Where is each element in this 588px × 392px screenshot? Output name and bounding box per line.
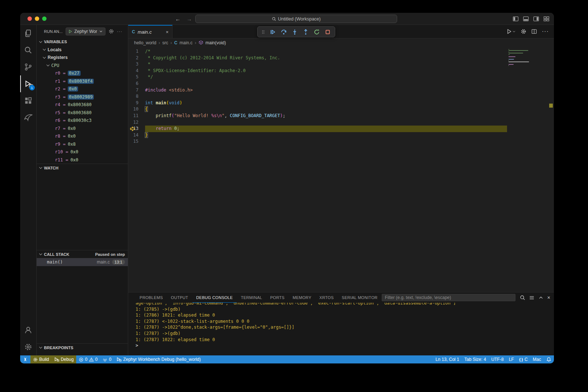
step-into-button[interactable] xyxy=(290,27,299,36)
eol-item[interactable]: LF xyxy=(506,355,517,363)
close-window-button[interactable] xyxy=(27,16,32,21)
register-row[interactable]: r4 =0x8003680 xyxy=(37,101,128,109)
breadcrumb-folder[interactable]: hello_world xyxy=(134,40,156,45)
variables-scope-locals[interactable]: Locals xyxy=(37,46,128,54)
activity-source-control[interactable] xyxy=(20,59,37,75)
debug-console-filter-input[interactable] xyxy=(382,294,515,301)
build-status-item[interactable]: Build xyxy=(30,355,52,363)
code-editor[interactable]: 1/*2 * Copyright (c) 2012-2014 Wind Rive… xyxy=(128,47,554,292)
minimap[interactable] xyxy=(509,49,549,68)
panel-search-icon[interactable] xyxy=(520,295,525,300)
line-number[interactable]: 2 xyxy=(128,55,145,61)
code-line[interactable]: 6 xyxy=(128,81,554,87)
code-line[interactable]: 3 * xyxy=(128,61,554,68)
cursor-position-item[interactable]: Ln 13, Col 1 xyxy=(433,355,462,363)
breadcrumb-symbol[interactable]: main(void) xyxy=(206,40,226,45)
code-line[interactable]: 11 printf("Hello World! %s\n", CONFIG_BO… xyxy=(128,113,554,119)
line-number[interactable]: 6 xyxy=(128,81,145,87)
panel-tab-problems[interactable]: PROBLEMS xyxy=(136,292,167,303)
toggle-panel-icon[interactable] xyxy=(523,16,529,22)
line-number[interactable]: 9 xyxy=(128,100,145,107)
language-mode-item[interactable]: { } C xyxy=(517,355,530,363)
variables-scope-registers[interactable]: Registers xyxy=(37,54,128,62)
code-line[interactable]: 4 * SPDX-License-Identifier: Apache-2.0 xyxy=(128,68,554,74)
remote-indicator[interactable] xyxy=(20,355,30,363)
debug-session-status-item[interactable]: Zephyr Workbench Debug (hello_world) xyxy=(114,355,203,363)
maximize-panel-chevron-up-icon[interactable] xyxy=(538,295,544,300)
register-row[interactable]: r8 =0x0 xyxy=(37,132,128,141)
line-number[interactable]: 3 xyxy=(128,61,145,68)
restart-button[interactable] xyxy=(312,27,321,36)
panel-tab-debug-console[interactable]: DEBUG CONSOLE xyxy=(192,292,237,303)
panel-tab-memory[interactable]: MEMORY xyxy=(289,292,315,303)
panel-tab-serial-monitor[interactable]: SERIAL MONITOR xyxy=(338,292,382,303)
line-number[interactable]: 11 xyxy=(128,113,145,119)
register-row[interactable]: r3 =0x8002989 xyxy=(37,93,128,101)
toggle-secondary-sidebar-icon[interactable] xyxy=(533,16,539,22)
settings-button[interactable] xyxy=(20,339,37,355)
register-row[interactable]: r1 =0x80038f4 xyxy=(37,77,128,85)
line-number[interactable]: 12 xyxy=(128,119,145,126)
debug-status-item[interactable]: Debug xyxy=(52,355,76,363)
line-number[interactable]: 4 xyxy=(128,68,145,74)
toolbar-drag-grip[interactable] xyxy=(260,29,266,35)
stack-frame-row[interactable]: main() main.c 13:1 xyxy=(37,258,128,266)
breadcrumb-folder[interactable]: src xyxy=(162,40,168,45)
code-line[interactable]: 8 xyxy=(128,93,554,100)
panel-tab-terminal[interactable]: TERMINAL xyxy=(237,292,266,303)
problems-status-item[interactable]: 0 0 xyxy=(76,355,100,363)
indentation-item[interactable]: Tab Size: 4 xyxy=(462,355,489,363)
watch-section-header[interactable]: WATCH xyxy=(37,164,128,172)
register-row[interactable]: r10 =0x0 xyxy=(37,148,128,156)
code-line[interactable]: 2 * Copyright (c) 2012-2014 Wind River S… xyxy=(128,55,554,61)
notifications-bell-item[interactable] xyxy=(544,355,554,363)
step-over-button[interactable] xyxy=(279,27,288,36)
continue-button[interactable] xyxy=(268,27,277,36)
line-number[interactable]: 5 xyxy=(128,74,145,81)
register-row[interactable]: r5 =0x8003680 xyxy=(37,109,128,117)
register-row[interactable]: r7 =0x0 xyxy=(37,124,128,132)
code-line[interactable]: 9int main(void) xyxy=(128,100,554,107)
code-line[interactable]: 7#include <stdio.h> xyxy=(128,87,554,94)
editor-settings-gear-icon[interactable] xyxy=(521,29,526,34)
split-editor-icon[interactable] xyxy=(531,29,537,34)
close-tab-icon[interactable]: × xyxy=(166,29,169,35)
activity-zephyr-workbench[interactable] xyxy=(20,109,37,126)
more-actions-icon[interactable]: ··· xyxy=(117,29,122,34)
encoding-item[interactable]: UTF-8 xyxy=(489,355,506,363)
line-number[interactable]: 14 xyxy=(128,132,145,139)
register-row[interactable]: r2 =0x0 xyxy=(37,85,128,93)
history-back-button[interactable]: ← xyxy=(175,16,181,22)
ports-status-item[interactable]: 0 xyxy=(100,355,114,363)
stop-button[interactable] xyxy=(323,27,332,36)
panel-views-menu-icon[interactable] xyxy=(529,295,535,300)
code-line[interactable]: 10{ xyxy=(128,106,554,113)
tab-main-c[interactable]: C main.c × xyxy=(128,25,173,38)
variables-group-cpu[interactable]: CPU xyxy=(37,61,128,70)
register-row[interactable]: r6 =0x80030c3 xyxy=(37,117,128,125)
command-center-search[interactable]: Untitled (Workspace) xyxy=(195,15,397,23)
customize-layout-icon[interactable] xyxy=(543,16,550,22)
activity-search[interactable] xyxy=(20,42,37,59)
panel-tab-xrtos[interactable]: XRTOS xyxy=(315,292,338,303)
debug-settings-gear-icon[interactable] xyxy=(108,29,114,34)
code-line[interactable]: 15 xyxy=(128,138,554,145)
debug-console-prompt[interactable]: > xyxy=(136,343,554,349)
history-forward-button[interactable]: → xyxy=(186,16,192,22)
activity-extensions[interactable] xyxy=(20,92,37,109)
code-line[interactable]: 1/* xyxy=(128,48,554,55)
activity-explorer[interactable] xyxy=(20,25,37,42)
panel-tab-ports[interactable]: PORTS xyxy=(266,292,288,303)
variables-section-header[interactable]: VARIABLES xyxy=(37,38,128,46)
line-number[interactable]: 8 xyxy=(128,93,145,100)
zoom-window-button[interactable] xyxy=(42,16,47,21)
register-row[interactable]: r11 =0x0 xyxy=(37,156,128,164)
code-line[interactable]: 12 xyxy=(128,119,554,126)
code-line[interactable]: 14} xyxy=(128,132,554,139)
target-item[interactable]: Mac xyxy=(530,355,544,363)
code-line[interactable]: 5 */ xyxy=(128,74,554,81)
editor-more-actions-icon[interactable]: ··· xyxy=(542,28,549,35)
step-out-button[interactable] xyxy=(301,27,310,36)
line-number[interactable]: 10 xyxy=(128,106,145,113)
register-row[interactable]: r0 =0x27 xyxy=(37,70,128,78)
